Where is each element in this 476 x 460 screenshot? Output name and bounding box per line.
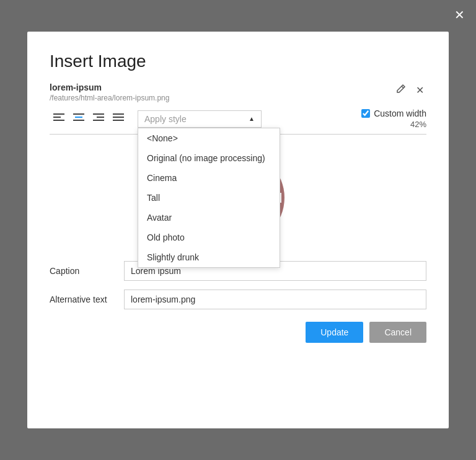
dropdown-item-original[interactable]: Original (no image processing) xyxy=(138,148,280,168)
update-button[interactable]: Update xyxy=(306,322,363,343)
caption-label: Caption xyxy=(50,266,124,276)
image-meta-actions: ✕ xyxy=(394,82,426,97)
style-dropdown-trigger[interactable]: Apply style ▲ xyxy=(138,110,262,128)
dropdown-item-avatar[interactable]: Avatar xyxy=(138,208,280,228)
style-dropdown-menu: <None> Original (no image processing) Ci… xyxy=(138,128,280,268)
image-name: lorem-ipsum xyxy=(50,82,169,92)
custom-width-label[interactable]: Custom width xyxy=(361,108,426,118)
svg-rect-11 xyxy=(113,120,124,121)
dropdown-item-cinema[interactable]: Cinema xyxy=(138,168,280,188)
modal-title: Insert Image xyxy=(50,51,426,71)
align-center-button[interactable] xyxy=(69,110,88,128)
image-path: /features/html-area/lorem-ipsum.png xyxy=(50,94,169,102)
style-dropdown-wrapper: Apply style ▲ <None> Original (no image … xyxy=(138,110,262,128)
edit-image-button[interactable] xyxy=(394,82,408,97)
svg-rect-5 xyxy=(73,120,84,121)
dropdown-item-old-photo[interactable]: Old photo xyxy=(138,228,280,247)
svg-rect-7 xyxy=(97,117,104,118)
toolbar-row: Apply style ▲ <None> Original (no image … xyxy=(50,108,426,129)
remove-image-button[interactable]: ✕ xyxy=(413,83,426,97)
svg-rect-3 xyxy=(73,113,84,115)
svg-rect-2 xyxy=(53,120,64,121)
align-left-button[interactable] xyxy=(50,110,68,128)
image-meta: lorem-ipsum /features/html-area/lorem-ip… xyxy=(50,82,426,102)
align-justify-button[interactable] xyxy=(109,110,128,128)
alt-text-label: Alternative text xyxy=(50,294,124,304)
align-right-button[interactable] xyxy=(89,110,108,128)
svg-rect-0 xyxy=(53,113,64,115)
toolbar-right: Custom width 42% xyxy=(361,108,426,129)
overlay-close-button[interactable]: ✕ xyxy=(454,9,465,21)
svg-rect-9 xyxy=(113,113,124,115)
modal-overlay: ✕ Insert Image lorem-ipsum /features/htm… xyxy=(0,0,476,460)
dropdown-item-none[interactable]: <None> xyxy=(138,128,280,148)
svg-rect-6 xyxy=(93,113,104,115)
custom-width-checkbox[interactable] xyxy=(361,109,370,118)
dropdown-item-tall[interactable]: Tall xyxy=(138,188,280,208)
align-buttons xyxy=(50,110,128,128)
svg-rect-4 xyxy=(75,117,82,118)
width-percent-value: 42% xyxy=(410,120,426,129)
custom-width-text: Custom width xyxy=(374,108,426,118)
alt-text-row: Alternative text xyxy=(50,290,426,309)
dropdown-item-slightly-drunk[interactable]: Slightly drunk xyxy=(138,247,280,267)
cancel-button[interactable]: Cancel xyxy=(369,322,426,343)
modal-dialog: Insert Image lorem-ipsum /features/html-… xyxy=(27,32,449,428)
image-info: lorem-ipsum /features/html-area/lorem-ip… xyxy=(50,82,169,102)
alt-text-input[interactable] xyxy=(124,290,426,309)
svg-rect-1 xyxy=(53,117,61,118)
dropdown-arrow-icon: ▲ xyxy=(249,115,255,122)
svg-rect-8 xyxy=(93,120,104,121)
modal-footer: Update Cancel xyxy=(50,322,426,343)
svg-rect-10 xyxy=(113,117,124,118)
style-dropdown-placeholder: Apply style xyxy=(144,114,187,124)
